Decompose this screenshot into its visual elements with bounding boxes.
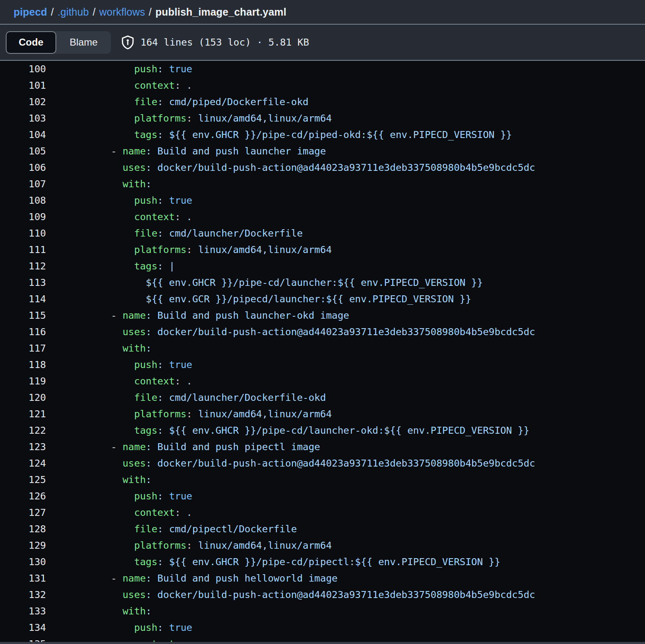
file-metadata: 164 lines (153 loc) · 5.81 KB — [120, 34, 309, 50]
code-line: 126 push: true — [0, 488, 645, 504]
code-line-text: with: — [46, 340, 152, 356]
code-line: 120 file: cmd/launcher/Dockerfile-okd — [0, 389, 645, 406]
code-line-text: tags: | — [46, 258, 175, 274]
line-number[interactable]: 105 — [0, 143, 46, 159]
code-line-text: file: cmd/pipectl/Dockerfile — [46, 521, 297, 537]
code-line-text: context: . — [46, 504, 192, 521]
breadcrumb-repo-link[interactable]: pipecd — [14, 6, 47, 18]
code-viewer: 100 push: true101 context: .102 file: cm… — [0, 61, 645, 644]
line-number[interactable]: 103 — [0, 110, 46, 126]
line-number[interactable]: 118 — [0, 356, 46, 373]
line-number[interactable]: 129 — [0, 537, 46, 554]
code-line-text: - name: Build and push launcher-okd imag… — [46, 307, 349, 324]
metadata-dot-glyph: · — [257, 37, 263, 48]
code-line: 109 context: . — [0, 209, 645, 225]
code-line-text: tags: ${{ env.GHCR }}/pipe-cd/pipectl:${… — [46, 554, 500, 570]
code-line-text: context: . — [46, 209, 192, 225]
line-number[interactable]: 125 — [0, 472, 46, 488]
line-number[interactable]: 119 — [0, 373, 46, 389]
blame-tab[interactable]: Blame — [56, 31, 111, 54]
code-line: 121 platforms: linux/amd64,linux/arm64 — [0, 406, 645, 422]
line-number[interactable]: 113 — [0, 274, 46, 291]
code-line: 123 - name: Build and push pipectl image — [0, 439, 645, 455]
line-number[interactable]: 130 — [0, 554, 46, 570]
code-line: 133 with: — [0, 603, 645, 619]
line-number[interactable]: 134 — [0, 619, 46, 636]
code-line-text: platforms: linux/amd64,linux/arm64 — [46, 537, 332, 554]
code-line: 108 push: true — [0, 192, 645, 209]
shield-key-icon[interactable] — [120, 34, 136, 50]
file-toolbar: Code Blame 164 lines (153 loc) · 5.81 KB — [0, 25, 645, 61]
line-number[interactable]: 108 — [0, 192, 46, 209]
line-number[interactable]: 110 — [0, 225, 46, 242]
code-line: 103 platforms: linux/amd64,linux/arm64 — [0, 110, 645, 126]
code-line: 124 uses: docker/build-push-action@ad440… — [0, 455, 645, 472]
code-line-text: ${{ env.GHCR }}/pipe-cd/launcher:${{ env… — [46, 274, 483, 291]
code-line: 131 - name: Build and push helloworld im… — [0, 570, 645, 586]
line-number[interactable]: 133 — [0, 603, 46, 619]
code-line-text: tags: ${{ env.GHCR }}/pipe-cd/piped-okd:… — [46, 126, 512, 143]
line-number[interactable]: 122 — [0, 422, 46, 439]
code-line-text: push: true — [46, 61, 192, 77]
line-number[interactable]: 104 — [0, 126, 46, 143]
code-line-text: - name: Build and push launcher image — [46, 143, 326, 159]
line-number[interactable]: 116 — [0, 324, 46, 340]
line-number[interactable]: 132 — [0, 586, 46, 603]
code-line-text: file: cmd/launcher/Dockerfile — [46, 225, 303, 242]
line-number[interactable]: 106 — [0, 159, 46, 176]
line-number[interactable]: 101 — [0, 77, 46, 94]
code-line: 105 - name: Build and push launcher imag… — [0, 143, 645, 159]
code-line: 116 uses: docker/build-push-action@ad440… — [0, 324, 645, 340]
code-line: 115 - name: Build and push launcher-okd … — [0, 307, 645, 324]
code-tab[interactable]: Code — [6, 31, 56, 54]
line-number[interactable]: 109 — [0, 209, 46, 225]
line-number[interactable]: 131 — [0, 570, 46, 586]
line-number[interactable]: 117 — [0, 340, 46, 356]
line-number[interactable]: 123 — [0, 439, 46, 455]
line-number[interactable]: 127 — [0, 504, 46, 521]
breadcrumb-bar: pipecd/.github/workflows/publish_image_c… — [0, 0, 645, 25]
line-number[interactable]: 124 — [0, 455, 46, 472]
breadcrumb-github-link[interactable]: .github — [58, 6, 89, 18]
line-number[interactable]: 128 — [0, 521, 46, 537]
horizontal-scrollbar[interactable] — [0, 642, 645, 644]
code-line: 107 with: — [0, 176, 645, 192]
breadcrumb-filename: publish_image_chart.yaml — [155, 6, 286, 18]
code-line-text: uses: docker/build-push-action@ad44023a9… — [46, 324, 535, 340]
code-line: 112 tags: | — [0, 258, 645, 274]
code-line-text: file: cmd/launcher/Dockerfile-okd — [46, 389, 326, 406]
line-number[interactable]: 111 — [0, 242, 46, 258]
line-number[interactable]: 121 — [0, 406, 46, 422]
line-number[interactable]: 107 — [0, 176, 46, 192]
line-number[interactable]: 120 — [0, 389, 46, 406]
code-line-text: push: true — [46, 488, 192, 504]
code-line-text: push: true — [46, 356, 192, 373]
line-number[interactable]: 115 — [0, 307, 46, 324]
code-line: 117 with: — [0, 340, 645, 356]
line-number[interactable]: 102 — [0, 94, 46, 110]
code-line: 125 with: — [0, 472, 645, 488]
code-line-text: uses: docker/build-push-action@ad44023a9… — [46, 455, 535, 472]
code-line: 122 tags: ${{ env.GHCR }}/pipe-cd/launch… — [0, 422, 645, 439]
code-line: 118 push: true — [0, 356, 645, 373]
code-line-text: push: true — [46, 192, 192, 209]
line-number[interactable]: 112 — [0, 258, 46, 274]
code-line-text: with: — [46, 472, 152, 488]
code-line-text: with: — [46, 176, 152, 192]
code-line-text: platforms: linux/amd64,linux/arm64 — [46, 242, 332, 258]
code-line: 106 uses: docker/build-push-action@ad440… — [0, 159, 645, 176]
code-line: 114 ${{ env.GCR }}/pipecd/launcher:${{ e… — [0, 291, 645, 307]
code-line-text: uses: docker/build-push-action@ad44023a9… — [46, 159, 535, 176]
code-line-text: file: cmd/piped/Dockerfile-okd — [46, 94, 309, 110]
code-line: 104 tags: ${{ env.GHCR }}/pipe-cd/piped-… — [0, 126, 645, 143]
line-number[interactable]: 114 — [0, 291, 46, 307]
line-number[interactable]: 100 — [0, 61, 46, 77]
breadcrumb-workflows-link[interactable]: workflows — [99, 6, 145, 18]
code-line: 134 push: true — [0, 619, 645, 636]
line-number[interactable]: 126 — [0, 488, 46, 504]
code-line: 130 tags: ${{ env.GHCR }}/pipe-cd/pipect… — [0, 554, 645, 570]
code-line-text: - name: Build and push pipectl image — [46, 439, 320, 455]
code-line-text: uses: docker/build-push-action@ad44023a9… — [46, 586, 535, 603]
code-line: 119 context: . — [0, 373, 645, 389]
breadcrumb-separator: / — [92, 6, 95, 18]
